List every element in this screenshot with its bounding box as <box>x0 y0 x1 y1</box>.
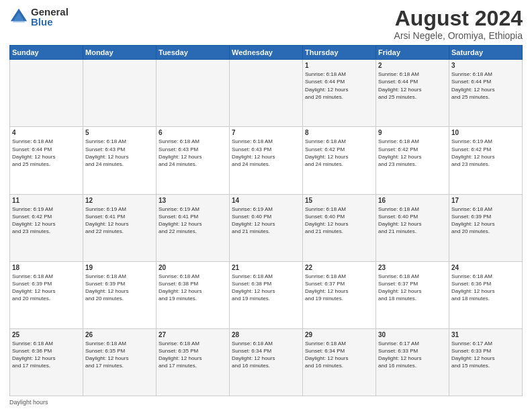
footer-note: Daylight hours <box>9 399 523 406</box>
day-number: 25 <box>12 331 81 338</box>
day-info: Sunrise: 6:18 AM Sunset: 6:42 PM Dayligh… <box>378 138 447 168</box>
day-number: 27 <box>159 331 227 338</box>
day-info: Sunrise: 6:19 AM Sunset: 6:41 PM Dayligh… <box>85 205 154 236</box>
calendar-cell: 9Sunrise: 6:18 AM Sunset: 6:42 PM Daylig… <box>376 127 449 194</box>
calendar-cell: 27Sunrise: 6:18 AM Sunset: 6:35 PM Dayli… <box>157 328 230 396</box>
day-number: 13 <box>159 197 227 204</box>
day-number: 2 <box>378 62 447 69</box>
day-info: Sunrise: 6:19 AM Sunset: 6:42 PM Dayligh… <box>12 205 81 236</box>
day-number: 7 <box>232 129 300 136</box>
day-info: Sunrise: 6:17 AM Sunset: 6:33 PM Dayligh… <box>378 340 447 370</box>
calendar-cell: 30Sunrise: 6:17 AM Sunset: 6:33 PM Dayli… <box>376 328 449 396</box>
logo-general-text: General <box>31 7 69 17</box>
day-number: 21 <box>232 264 300 271</box>
day-info: Sunrise: 6:18 AM Sunset: 6:44 PM Dayligh… <box>451 71 520 101</box>
calendar-cell: 31Sunrise: 6:17 AM Sunset: 6:33 PM Dayli… <box>449 328 523 396</box>
calendar-cell: 14Sunrise: 6:19 AM Sunset: 6:40 PM Dayli… <box>230 194 303 261</box>
calendar-cell: 6Sunrise: 6:18 AM Sunset: 6:43 PM Daylig… <box>157 127 230 194</box>
page-subtitle: Arsi Negele, Oromiya, Ethiopia <box>394 30 523 41</box>
calendar-cell: 25Sunrise: 6:18 AM Sunset: 6:36 PM Dayli… <box>10 328 83 396</box>
calendar-day-header: Wednesday <box>230 46 303 60</box>
calendar-cell <box>157 60 230 127</box>
calendar-cell: 21Sunrise: 6:18 AM Sunset: 6:38 PM Dayli… <box>230 261 303 328</box>
day-number: 1 <box>305 62 373 69</box>
day-info: Sunrise: 6:19 AM Sunset: 6:42 PM Dayligh… <box>451 138 520 168</box>
day-number: 10 <box>451 129 520 136</box>
calendar-day-header: Sunday <box>10 46 83 60</box>
calendar-cell: 15Sunrise: 6:18 AM Sunset: 6:40 PM Dayli… <box>303 194 376 261</box>
day-info: Sunrise: 6:18 AM Sunset: 6:34 PM Dayligh… <box>232 340 300 370</box>
calendar-cell: 26Sunrise: 6:18 AM Sunset: 6:35 PM Dayli… <box>83 328 157 396</box>
day-info: Sunrise: 6:18 AM Sunset: 6:37 PM Dayligh… <box>378 273 447 303</box>
day-number: 18 <box>12 264 81 271</box>
day-number: 12 <box>85 197 154 204</box>
calendar-week-row: 11Sunrise: 6:19 AM Sunset: 6:42 PM Dayli… <box>10 194 523 261</box>
calendar-cell <box>83 60 157 127</box>
calendar-week-row: 1Sunrise: 6:18 AM Sunset: 6:44 PM Daylig… <box>10 60 523 127</box>
calendar-cell: 22Sunrise: 6:18 AM Sunset: 6:37 PM Dayli… <box>303 261 376 328</box>
day-info: Sunrise: 6:18 AM Sunset: 6:38 PM Dayligh… <box>232 273 300 303</box>
day-info: Sunrise: 6:18 AM Sunset: 6:39 PM Dayligh… <box>451 205 520 236</box>
calendar-cell: 29Sunrise: 6:18 AM Sunset: 6:34 PM Dayli… <box>303 328 376 396</box>
day-number: 23 <box>378 264 447 271</box>
calendar-cell: 23Sunrise: 6:18 AM Sunset: 6:37 PM Dayli… <box>376 261 449 328</box>
calendar-cell: 13Sunrise: 6:19 AM Sunset: 6:41 PM Dayli… <box>157 194 230 261</box>
calendar-week-row: 25Sunrise: 6:18 AM Sunset: 6:36 PM Dayli… <box>10 328 523 396</box>
day-info: Sunrise: 6:18 AM Sunset: 6:40 PM Dayligh… <box>305 205 373 236</box>
day-info: Sunrise: 6:18 AM Sunset: 6:43 PM Dayligh… <box>85 138 154 168</box>
day-number: 16 <box>378 197 447 204</box>
day-number: 30 <box>378 331 447 338</box>
title-block: August 2024 Arsi Negele, Oromiya, Ethiop… <box>394 7 523 41</box>
logo-blue-text: Blue <box>31 17 69 27</box>
calendar-day-header: Tuesday <box>157 46 230 60</box>
day-number: 26 <box>85 331 154 338</box>
day-info: Sunrise: 6:18 AM Sunset: 6:37 PM Dayligh… <box>305 273 373 303</box>
day-info: Sunrise: 6:19 AM Sunset: 6:41 PM Dayligh… <box>159 205 227 236</box>
calendar-cell <box>230 60 303 127</box>
calendar-cell: 4Sunrise: 6:18 AM Sunset: 6:44 PM Daylig… <box>10 127 83 194</box>
day-number: 6 <box>159 129 227 136</box>
day-number: 19 <box>85 264 154 271</box>
calendar-cell: 20Sunrise: 6:18 AM Sunset: 6:38 PM Dayli… <box>157 261 230 328</box>
calendar-cell <box>10 60 83 127</box>
day-info: Sunrise: 6:18 AM Sunset: 6:39 PM Dayligh… <box>12 273 81 303</box>
calendar-day-header: Monday <box>83 46 157 60</box>
day-number: 3 <box>451 62 520 69</box>
calendar-week-row: 18Sunrise: 6:18 AM Sunset: 6:39 PM Dayli… <box>10 261 523 328</box>
calendar-cell: 19Sunrise: 6:18 AM Sunset: 6:39 PM Dayli… <box>83 261 157 328</box>
day-info: Sunrise: 6:18 AM Sunset: 6:39 PM Dayligh… <box>85 273 154 303</box>
calendar-cell: 16Sunrise: 6:18 AM Sunset: 6:40 PM Dayli… <box>376 194 449 261</box>
calendar-cell: 18Sunrise: 6:18 AM Sunset: 6:39 PM Dayli… <box>10 261 83 328</box>
page-title: August 2024 <box>394 7 523 30</box>
day-info: Sunrise: 6:18 AM Sunset: 6:44 PM Dayligh… <box>12 138 81 168</box>
logo-text: General Blue <box>31 7 69 27</box>
day-info: Sunrise: 6:18 AM Sunset: 6:44 PM Dayligh… <box>378 71 447 101</box>
calendar-cell: 3Sunrise: 6:18 AM Sunset: 6:44 PM Daylig… <box>449 60 523 127</box>
day-number: 29 <box>305 331 373 338</box>
day-info: Sunrise: 6:18 AM Sunset: 6:40 PM Dayligh… <box>378 205 447 236</box>
calendar-header-row: SundayMondayTuesdayWednesdayThursdayFrid… <box>10 46 523 60</box>
header: General Blue August 2024 Arsi Negele, Or… <box>9 7 523 41</box>
calendar-cell: 10Sunrise: 6:19 AM Sunset: 6:42 PM Dayli… <box>449 127 523 194</box>
footer-text: Daylight hours <box>9 399 48 406</box>
day-number: 8 <box>305 129 373 136</box>
calendar-cell: 1Sunrise: 6:18 AM Sunset: 6:44 PM Daylig… <box>303 60 376 127</box>
day-info: Sunrise: 6:18 AM Sunset: 6:42 PM Dayligh… <box>305 138 373 168</box>
calendar-cell: 24Sunrise: 6:18 AM Sunset: 6:36 PM Dayli… <box>449 261 523 328</box>
day-number: 31 <box>451 331 520 338</box>
calendar-cell: 11Sunrise: 6:19 AM Sunset: 6:42 PM Dayli… <box>10 194 83 261</box>
day-info: Sunrise: 6:18 AM Sunset: 6:43 PM Dayligh… <box>232 138 300 168</box>
day-number: 4 <box>12 129 81 136</box>
day-info: Sunrise: 6:18 AM Sunset: 6:35 PM Dayligh… <box>159 340 227 370</box>
calendar-cell: 17Sunrise: 6:18 AM Sunset: 6:39 PM Dayli… <box>449 194 523 261</box>
day-number: 14 <box>232 197 300 204</box>
day-info: Sunrise: 6:18 AM Sunset: 6:43 PM Dayligh… <box>159 138 227 168</box>
calendar-cell: 12Sunrise: 6:19 AM Sunset: 6:41 PM Dayli… <box>83 194 157 261</box>
calendar-cell: 7Sunrise: 6:18 AM Sunset: 6:43 PM Daylig… <box>230 127 303 194</box>
day-number: 24 <box>451 264 520 271</box>
day-info: Sunrise: 6:17 AM Sunset: 6:33 PM Dayligh… <box>451 340 520 370</box>
calendar-cell: 2Sunrise: 6:18 AM Sunset: 6:44 PM Daylig… <box>376 60 449 127</box>
day-number: 22 <box>305 264 373 271</box>
calendar-cell: 28Sunrise: 6:18 AM Sunset: 6:34 PM Dayli… <box>230 328 303 396</box>
calendar-day-header: Thursday <box>303 46 376 60</box>
